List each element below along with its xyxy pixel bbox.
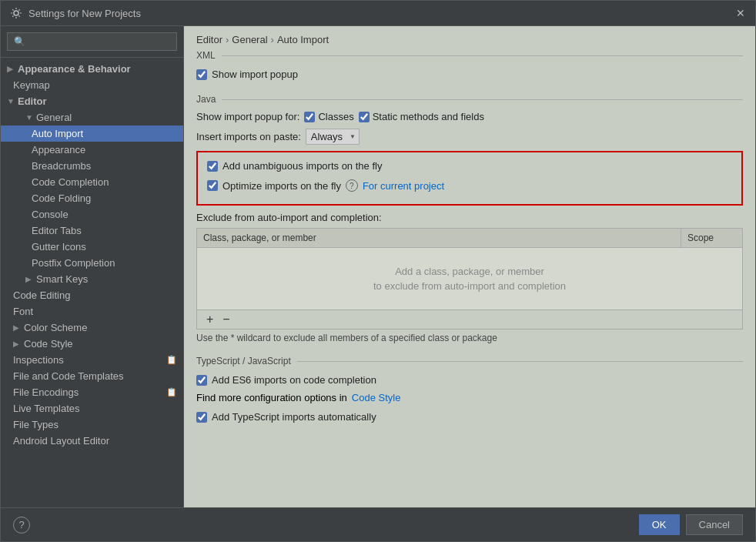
table-col-class: Class, package, or member: [197, 229, 681, 247]
optimize-imports-label: Optimize imports on the fly: [222, 180, 341, 192]
search-box: [1, 26, 183, 58]
add-exclude-button[interactable]: +: [203, 313, 216, 326]
sidebar-item-label: General: [36, 112, 177, 123]
sidebar-item-label: Font: [13, 306, 177, 317]
sidebar-item-label: Color Scheme: [24, 322, 177, 333]
sidebar-item-smart-keys[interactable]: ▶ Smart Keys: [1, 271, 183, 287]
sidebar-item-label: File and Code Templates: [13, 370, 177, 382]
sidebar-item-appearance[interactable]: Appearance: [1, 142, 183, 158]
sidebar-item-code-completion[interactable]: Code Completion: [1, 174, 183, 190]
java-classes-label: Classes: [318, 111, 353, 122]
find-more-row: Find more configuration options in Code …: [196, 392, 743, 403]
add-typescript-row: Add TypeScript imports automatically: [196, 410, 743, 424]
sidebar-item-label: Code Completion: [32, 176, 177, 188]
sidebar-item-file-types[interactable]: File Types: [1, 417, 183, 433]
close-button[interactable]: ✕: [735, 8, 746, 18]
sidebar-item-keymap[interactable]: Keymap: [1, 77, 183, 93]
code-style-link[interactable]: Code Style: [352, 392, 401, 403]
xml-section-label: XML: [196, 50, 743, 61]
wildcard-note: Use the * wildcard to exclude all member…: [196, 333, 743, 343]
sidebar-item-code-editing[interactable]: Code Editing: [1, 287, 183, 303]
svg-point-0: [14, 11, 18, 15]
add-unambiguous-checkbox[interactable]: [207, 161, 218, 172]
settings-dialog: Settings for New Projects ✕ ▶ Appearance…: [0, 0, 756, 542]
sidebar-item-code-style[interactable]: ▶ Code Style: [1, 336, 183, 352]
show-import-popup-row: Show import popup: [196, 67, 743, 82]
sidebar-item-live-templates[interactable]: Live Templates: [1, 400, 183, 417]
sidebar-item-inspections[interactable]: Inspections 📋: [1, 352, 183, 368]
static-methods-group: Static methods and fields: [359, 111, 484, 122]
sidebar-item-label: Auto Import: [32, 128, 177, 139]
sidebar-item-label: Appearance: [32, 144, 177, 156]
insert-imports-row: Insert imports on paste: Always Ask Neve…: [196, 129, 743, 145]
title-bar-left: Settings for New Projects: [10, 7, 141, 19]
find-more-text: Find more configuration options in: [196, 392, 347, 403]
sidebar-item-file-encodings[interactable]: File Encodings 📋: [1, 384, 183, 400]
ok-button[interactable]: OK: [639, 514, 680, 535]
sidebar-item-label: Code Style: [24, 338, 177, 350]
show-import-popup-for-row: Show import popup for: Classes Static me…: [196, 111, 743, 122]
sidebar-item-color-scheme[interactable]: ▶ Color Scheme: [1, 320, 183, 336]
search-input[interactable]: [7, 32, 177, 51]
insert-imports-select[interactable]: Always Ask Never: [306, 129, 360, 145]
breadcrumb-editor: Editor: [196, 34, 222, 45]
sidebar-item-label: Inspections: [13, 354, 163, 366]
xml-show-import-popup-label: Show import popup: [212, 69, 298, 80]
show-import-popup-for-label: Show import popup for:: [196, 111, 299, 122]
sidebar-item-console[interactable]: Console: [1, 206, 183, 222]
expand-arrow: ▶: [13, 340, 21, 348]
sidebar-item-breadcrumbs[interactable]: Breadcrumbs: [1, 158, 183, 174]
sidebar-item-auto-import[interactable]: Auto Import: [1, 125, 183, 142]
optimize-imports-help-icon[interactable]: ?: [346, 179, 358, 192]
sidebar-item-code-folding[interactable]: Code Folding: [1, 190, 183, 206]
add-es6-checkbox[interactable]: [196, 375, 207, 386]
settings-icon: [10, 7, 22, 19]
sidebar-item-label: Live Templates: [13, 403, 177, 414]
table-body: Add a class, package, or member to exclu…: [197, 248, 742, 309]
bottom-bar: ? OK Cancel: [1, 507, 755, 541]
sidebar-item-font[interactable]: Font: [1, 303, 183, 320]
add-typescript-label: Add TypeScript imports automatically: [212, 411, 376, 423]
sidebar-item-postfix-completion[interactable]: Postfix Completion: [1, 255, 183, 271]
expand-arrow: ▶: [25, 275, 33, 283]
sidebar-item-gutter-icons[interactable]: Gutter Icons: [1, 239, 183, 255]
table-empty-line2: to exclude from auto-import and completi…: [373, 280, 566, 292]
java-static-methods-checkbox[interactable]: [359, 112, 370, 122]
sidebar-item-editor[interactable]: ▼ Editor: [1, 93, 183, 109]
title-bar: Settings for New Projects ✕: [1, 1, 755, 26]
add-typescript-checkbox[interactable]: [196, 412, 207, 423]
sidebar-item-label: File Types: [13, 419, 177, 430]
java-static-methods-label: Static methods and fields: [373, 111, 484, 122]
exclude-label: Exclude from auto-import and completion:: [196, 212, 743, 223]
sidebar-item-label: Console: [32, 209, 177, 220]
insert-imports-label: Insert imports on paste:: [196, 131, 301, 142]
sidebar-item-android-layout[interactable]: Android Layout Editor: [1, 433, 183, 449]
sidebar-item-label: Code Folding: [32, 192, 177, 204]
add-unambiguous-row: Add unambiguous imports on the fly: [207, 159, 732, 173]
sidebar-item-label: Breadcrumbs: [32, 160, 177, 172]
remove-exclude-button[interactable]: −: [219, 313, 232, 326]
cancel-button[interactable]: Cancel: [686, 514, 743, 535]
sidebar-item-label: File Encodings: [13, 386, 163, 398]
sidebar-item-file-code-templates[interactable]: File and Code Templates: [1, 368, 183, 384]
sidebar-item-label: Keymap: [13, 79, 177, 91]
sidebar-item-appearance-behavior[interactable]: ▶ Appearance & Behavior: [1, 61, 183, 77]
sidebar-item-editor-tabs[interactable]: Editor Tabs: [1, 222, 183, 239]
sidebar-item-label: Editor: [18, 95, 177, 107]
optimize-imports-checkbox[interactable]: [207, 180, 218, 191]
help-button[interactable]: ?: [13, 517, 30, 534]
table-actions: + −: [197, 309, 742, 329]
xml-show-import-popup-checkbox[interactable]: [196, 69, 207, 80]
typescript-section: TypeScript / JavaScript Add ES6 imports …: [196, 356, 743, 424]
xml-section: XML Show import popup: [196, 50, 743, 82]
breadcrumb-general: General: [232, 34, 267, 45]
sidebar-item-label: Gutter Icons: [32, 241, 177, 253]
add-unambiguous-label: Add unambiguous imports on the fly: [222, 160, 382, 172]
for-current-project-link[interactable]: For current project: [363, 180, 444, 192]
java-classes-checkbox[interactable]: [304, 112, 315, 122]
add-es6-label: Add ES6 imports on code completion: [212, 374, 376, 386]
sidebar-item-general[interactable]: ▼ General: [1, 109, 183, 125]
table-header: Class, package, or member Scope: [197, 229, 742, 248]
sidebar-item-label: Android Layout Editor: [13, 435, 177, 447]
breadcrumb: Editor › General › Auto Import: [184, 26, 755, 50]
